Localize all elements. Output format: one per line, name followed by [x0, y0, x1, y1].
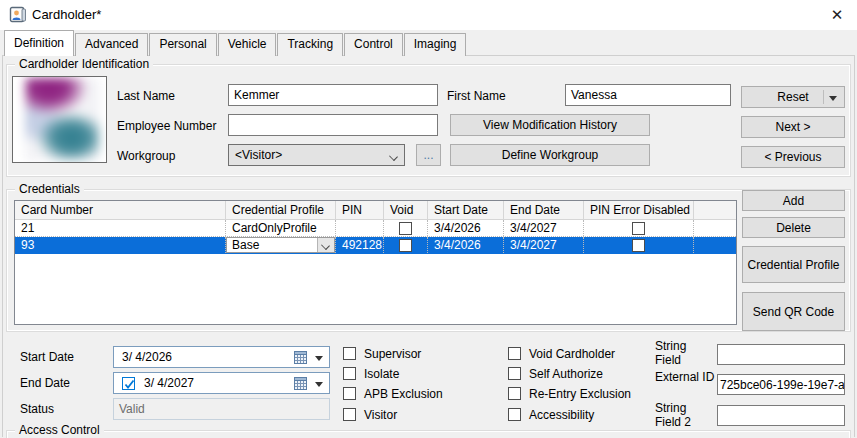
cell-end-date[interactable]: 3/4/2027: [504, 220, 584, 236]
tab-tracking[interactable]: Tracking: [277, 33, 343, 56]
first-name-label: First Name: [447, 89, 506, 103]
string-field-2-label: String Field 2: [655, 401, 715, 429]
visitor-checkbox[interactable]: [343, 408, 356, 421]
first-name-input[interactable]: Vanessa: [565, 84, 731, 106]
chevron-down-icon: [321, 241, 330, 250]
col-card-number[interactable]: Card Number: [15, 201, 226, 220]
table-row-selected[interactable]: 93 Base 492128 3/4/2026 3/4/2027: [15, 237, 736, 254]
self-authorize-label: Self Authorize: [529, 367, 603, 381]
tab-control[interactable]: Control: [344, 33, 403, 56]
col-void[interactable]: Void: [384, 201, 428, 220]
external-id-input[interactable]: 725bce06-199e-19e7-a81: [717, 374, 845, 395]
group-label: Cardholder Identification: [15, 57, 153, 71]
table-row[interactable]: 21 CardOnlyProfile 3/4/2026 3/4/2027: [15, 220, 736, 237]
visitor-label: Visitor: [364, 408, 397, 422]
cell-filler: [694, 220, 736, 236]
add-button[interactable]: Add: [742, 190, 845, 211]
workgroup-dropdown[interactable]: <Visitor>: [228, 144, 405, 166]
tab-advanced[interactable]: Advanced: [75, 33, 148, 56]
isolate-checkbox[interactable]: [343, 367, 356, 380]
workgroup-browse-button[interactable]: ...: [416, 144, 441, 166]
apb-exclusion-checkbox[interactable]: [343, 387, 356, 400]
void-cardholder-checkbox[interactable]: [508, 347, 521, 360]
void-checkbox[interactable]: [399, 222, 412, 235]
tab-personal[interactable]: Personal: [149, 33, 216, 56]
cell-pin[interactable]: [336, 220, 384, 236]
chevron-down-icon: [389, 152, 398, 161]
end-date-value: 3/ 4/2027: [144, 376, 194, 390]
dropdown-button[interactable]: [317, 238, 334, 252]
supervisor-label: Supervisor: [364, 347, 421, 361]
calendar-icon[interactable]: [294, 351, 307, 364]
next-button[interactable]: Next >: [741, 116, 845, 138]
reset-button[interactable]: Reset: [741, 86, 845, 108]
credential-profile-dropdown[interactable]: Base: [226, 237, 335, 253]
employee-number-input[interactable]: [228, 114, 438, 136]
cardholder-photo: [12, 76, 107, 163]
end-date-checkbox[interactable]: [122, 377, 135, 390]
cell-pin[interactable]: 492128: [336, 237, 384, 253]
self-authorize-checkbox[interactable]: [508, 367, 521, 380]
cell-card-number[interactable]: 21: [15, 220, 226, 236]
title-bar: Cardholder* ✕: [0, 0, 857, 30]
window-title: Cardholder*: [32, 7, 101, 22]
date-dropdown-arrow-icon[interactable]: [315, 382, 323, 387]
re-entry-exclusion-checkbox[interactable]: [508, 387, 521, 400]
col-pin-error-disabled[interactable]: PIN Error Disabled: [584, 201, 694, 220]
send-qr-code-button[interactable]: Send QR Code: [742, 292, 845, 331]
re-entry-exclusion-label: Re-Entry Exclusion: [529, 387, 631, 401]
photo-image: [25, 78, 99, 161]
external-id-label: External ID: [655, 370, 715, 384]
workgroup-label: Workgroup: [117, 149, 175, 163]
cell-credential-profile[interactable]: Base: [226, 237, 336, 253]
string-field-label: String Field: [655, 339, 715, 367]
reset-dropdown-arrow-icon[interactable]: [829, 96, 837, 101]
group-label: Credentials: [15, 182, 84, 196]
col-filler: [694, 201, 736, 220]
status-input: Valid: [113, 398, 330, 420]
table-header: Card Number Credential Profile PIN Void …: [15, 201, 736, 220]
pin-error-checkbox[interactable]: [632, 239, 645, 252]
reset-label: Reset: [777, 90, 808, 104]
accessibility-checkbox[interactable]: [508, 408, 521, 421]
delete-button[interactable]: Delete: [742, 217, 845, 238]
pin-error-checkbox[interactable]: [632, 222, 645, 235]
cell-end-date[interactable]: 3/4/2027: [504, 237, 584, 253]
col-end-date[interactable]: End Date: [504, 201, 584, 220]
view-modification-history-button[interactable]: View Modification History: [450, 114, 650, 136]
tab-vehicle[interactable]: Vehicle: [218, 33, 277, 56]
cell-start-date[interactable]: 3/4/2026: [428, 237, 504, 253]
cell-start-date[interactable]: 3/4/2026: [428, 220, 504, 236]
tab-imaging[interactable]: Imaging: [404, 33, 467, 56]
start-date-value: 3/ 4/2026: [122, 350, 172, 364]
end-date-picker[interactable]: 3/ 4/2027: [113, 372, 330, 394]
calendar-icon[interactable]: [294, 377, 307, 390]
string-field-2-input[interactable]: [717, 405, 845, 426]
end-date-label: End Date: [20, 376, 70, 390]
supervisor-checkbox[interactable]: [343, 347, 356, 360]
cell-credential-profile[interactable]: CardOnlyProfile: [226, 220, 336, 236]
credential-profile-button[interactable]: Credential Profile: [742, 246, 845, 283]
last-name-input[interactable]: Kemmer: [228, 84, 438, 106]
string-field-input[interactable]: [717, 344, 845, 365]
date-dropdown-arrow-icon[interactable]: [315, 356, 323, 361]
employee-number-label: Employee Number: [117, 119, 216, 133]
tab-strip: Definition Advanced Personal Vehicle Tra…: [4, 30, 467, 56]
cell-void: [384, 220, 428, 236]
previous-button[interactable]: < Previous: [741, 146, 845, 168]
isolate-label: Isolate: [364, 367, 399, 381]
start-date-picker[interactable]: 3/ 4/2026: [113, 346, 330, 368]
split-divider: [823, 90, 824, 104]
close-button[interactable]: ✕: [822, 2, 852, 28]
tab-definition[interactable]: Definition: [4, 30, 74, 56]
cardholder-dialog: { "window": { "title": "Cardholder*", "c…: [0, 0, 857, 438]
col-pin[interactable]: PIN: [336, 201, 384, 220]
define-workgroup-button[interactable]: Define Workgroup: [450, 144, 650, 166]
cell-card-number[interactable]: 93: [15, 237, 226, 253]
credentials-table: Card Number Credential Profile PIN Void …: [14, 200, 737, 325]
cardholder-icon: [9, 6, 27, 23]
col-credential-profile[interactable]: Credential Profile: [226, 201, 336, 220]
col-start-date[interactable]: Start Date: [428, 201, 504, 220]
void-checkbox[interactable]: [399, 239, 412, 252]
cell-filler: [694, 237, 736, 253]
